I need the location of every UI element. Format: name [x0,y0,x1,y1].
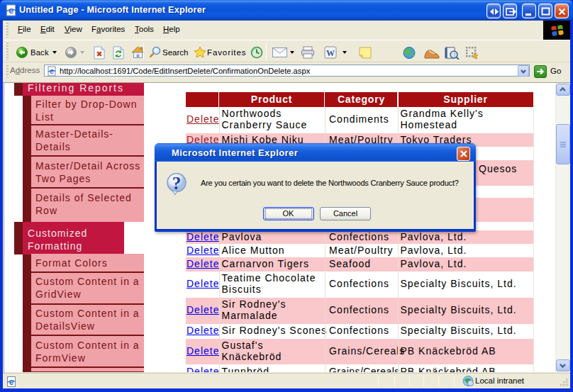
svg-text:W: W [326,48,335,58]
svg-text:?: ? [172,174,182,193]
svg-text:e: e [9,377,14,387]
